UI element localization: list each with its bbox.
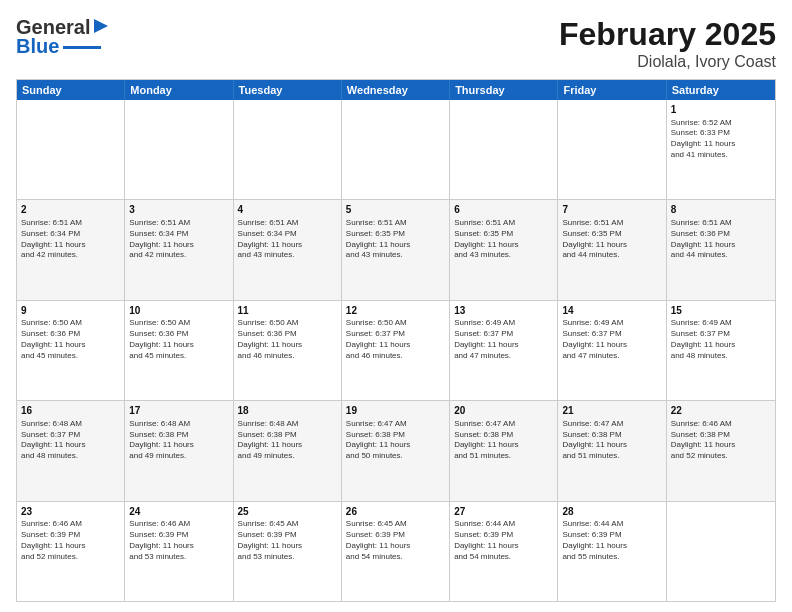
header-friday: Friday — [558, 80, 666, 100]
cell-info-line: Daylight: 11 hours — [21, 340, 120, 351]
page: General Blue February 2025 Diolala, Ivor… — [0, 0, 792, 612]
cell-info-line: Daylight: 11 hours — [454, 440, 553, 451]
title-block: February 2025 Diolala, Ivory Coast — [559, 16, 776, 71]
cell-info-line: Daylight: 11 hours — [346, 340, 445, 351]
calendar-cell-0-3 — [342, 100, 450, 199]
cell-info-line: Daylight: 11 hours — [346, 440, 445, 451]
calendar-cell-1-6: 8Sunrise: 6:51 AMSunset: 6:36 PMDaylight… — [667, 200, 775, 299]
calendar-cell-3-4: 20Sunrise: 6:47 AMSunset: 6:38 PMDayligh… — [450, 401, 558, 500]
cell-info-line: Sunrise: 6:46 AM — [129, 519, 228, 530]
calendar-cell-0-1 — [125, 100, 233, 199]
cell-info-line: Sunset: 6:34 PM — [129, 229, 228, 240]
calendar-cell-2-4: 13Sunrise: 6:49 AMSunset: 6:37 PMDayligh… — [450, 301, 558, 400]
cell-info-line: and 48 minutes. — [21, 451, 120, 462]
logo-blue: Blue — [16, 35, 59, 58]
calendar-cell-3-1: 17Sunrise: 6:48 AMSunset: 6:38 PMDayligh… — [125, 401, 233, 500]
cell-info-line: Sunset: 6:37 PM — [21, 430, 120, 441]
day-number: 16 — [21, 404, 120, 418]
cell-info-line: Sunset: 6:36 PM — [129, 329, 228, 340]
cell-info-line: Daylight: 11 hours — [562, 541, 661, 552]
logo: General Blue — [16, 16, 110, 58]
cell-info-line: and 45 minutes. — [129, 351, 228, 362]
day-number: 1 — [671, 103, 771, 117]
day-number: 18 — [238, 404, 337, 418]
cell-info-line: Sunrise: 6:51 AM — [671, 218, 771, 229]
day-number: 20 — [454, 404, 553, 418]
cell-info-line: and 54 minutes. — [346, 552, 445, 563]
day-number: 27 — [454, 505, 553, 519]
cell-info-line: Sunrise: 6:45 AM — [238, 519, 337, 530]
cell-info-line: Daylight: 11 hours — [21, 440, 120, 451]
day-number: 15 — [671, 304, 771, 318]
calendar-body: 1Sunrise: 6:52 AMSunset: 6:33 PMDaylight… — [17, 100, 775, 601]
day-number: 9 — [21, 304, 120, 318]
cell-info-line: Daylight: 11 hours — [562, 240, 661, 251]
cell-info-line: Sunrise: 6:48 AM — [21, 419, 120, 430]
day-number: 10 — [129, 304, 228, 318]
calendar-cell-4-6 — [667, 502, 775, 601]
cell-info-line: Daylight: 11 hours — [129, 440, 228, 451]
cell-info-line: Daylight: 11 hours — [454, 340, 553, 351]
calendar-cell-4-3: 26Sunrise: 6:45 AMSunset: 6:39 PMDayligh… — [342, 502, 450, 601]
calendar-cell-4-1: 24Sunrise: 6:46 AMSunset: 6:39 PMDayligh… — [125, 502, 233, 601]
cell-info-line: Sunset: 6:39 PM — [21, 530, 120, 541]
cell-info-line: Sunset: 6:37 PM — [454, 329, 553, 340]
calendar-cell-4-5: 28Sunrise: 6:44 AMSunset: 6:39 PMDayligh… — [558, 502, 666, 601]
logo-underline — [63, 46, 101, 49]
cell-info-line: Sunset: 6:35 PM — [346, 229, 445, 240]
day-number: 28 — [562, 505, 661, 519]
cell-info-line: Sunrise: 6:47 AM — [454, 419, 553, 430]
cell-info-line: Sunrise: 6:48 AM — [238, 419, 337, 430]
cell-info-line: Sunset: 6:37 PM — [346, 329, 445, 340]
header-monday: Monday — [125, 80, 233, 100]
cell-info-line: and 43 minutes. — [454, 250, 553, 261]
day-number: 3 — [129, 203, 228, 217]
cell-info-line: Daylight: 11 hours — [454, 541, 553, 552]
day-number: 7 — [562, 203, 661, 217]
calendar-cell-4-4: 27Sunrise: 6:44 AMSunset: 6:39 PMDayligh… — [450, 502, 558, 601]
calendar-cell-2-6: 15Sunrise: 6:49 AMSunset: 6:37 PMDayligh… — [667, 301, 775, 400]
cell-info-line: and 54 minutes. — [454, 552, 553, 563]
day-number: 14 — [562, 304, 661, 318]
cell-info-line: Sunset: 6:38 PM — [671, 430, 771, 441]
cell-info-line: and 51 minutes. — [454, 451, 553, 462]
cell-info-line: Sunset: 6:38 PM — [346, 430, 445, 441]
cell-info-line: Daylight: 11 hours — [454, 240, 553, 251]
cell-info-line: Sunrise: 6:49 AM — [671, 318, 771, 329]
cell-info-line: and 44 minutes. — [562, 250, 661, 261]
cell-info-line: Daylight: 11 hours — [129, 340, 228, 351]
day-number: 12 — [346, 304, 445, 318]
day-number: 21 — [562, 404, 661, 418]
cell-info-line: Sunset: 6:36 PM — [671, 229, 771, 240]
cell-info-line: Daylight: 11 hours — [671, 440, 771, 451]
cell-info-line: Sunrise: 6:48 AM — [129, 419, 228, 430]
cell-info-line: and 52 minutes. — [671, 451, 771, 462]
calendar-cell-0-2 — [234, 100, 342, 199]
cell-info-line: Sunrise: 6:44 AM — [562, 519, 661, 530]
cell-info-line: Daylight: 11 hours — [562, 440, 661, 451]
calendar-cell-1-5: 7Sunrise: 6:51 AMSunset: 6:35 PMDaylight… — [558, 200, 666, 299]
cell-info-line: Sunrise: 6:50 AM — [21, 318, 120, 329]
cell-info-line: Sunrise: 6:49 AM — [454, 318, 553, 329]
cell-info-line: Sunset: 6:39 PM — [454, 530, 553, 541]
cell-info-line: and 51 minutes. — [562, 451, 661, 462]
day-number: 23 — [21, 505, 120, 519]
calendar: Sunday Monday Tuesday Wednesday Thursday… — [16, 79, 776, 602]
day-number: 19 — [346, 404, 445, 418]
cell-info-line: and 46 minutes. — [238, 351, 337, 362]
calendar-title: February 2025 — [559, 16, 776, 53]
cell-info-line: and 47 minutes. — [562, 351, 661, 362]
cell-info-line: Daylight: 11 hours — [129, 240, 228, 251]
logo-text: General Blue — [16, 16, 110, 58]
calendar-cell-2-3: 12Sunrise: 6:50 AMSunset: 6:37 PMDayligh… — [342, 301, 450, 400]
cell-info-line: Sunset: 6:38 PM — [238, 430, 337, 441]
cell-info-line: and 48 minutes. — [671, 351, 771, 362]
day-number: 26 — [346, 505, 445, 519]
calendar-cell-0-5 — [558, 100, 666, 199]
calendar-cell-3-3: 19Sunrise: 6:47 AMSunset: 6:38 PMDayligh… — [342, 401, 450, 500]
cell-info-line: and 55 minutes. — [562, 552, 661, 563]
header-sunday: Sunday — [17, 80, 125, 100]
cell-info-line: and 42 minutes. — [129, 250, 228, 261]
cell-info-line: Sunrise: 6:50 AM — [129, 318, 228, 329]
cell-info-line: Daylight: 11 hours — [238, 240, 337, 251]
